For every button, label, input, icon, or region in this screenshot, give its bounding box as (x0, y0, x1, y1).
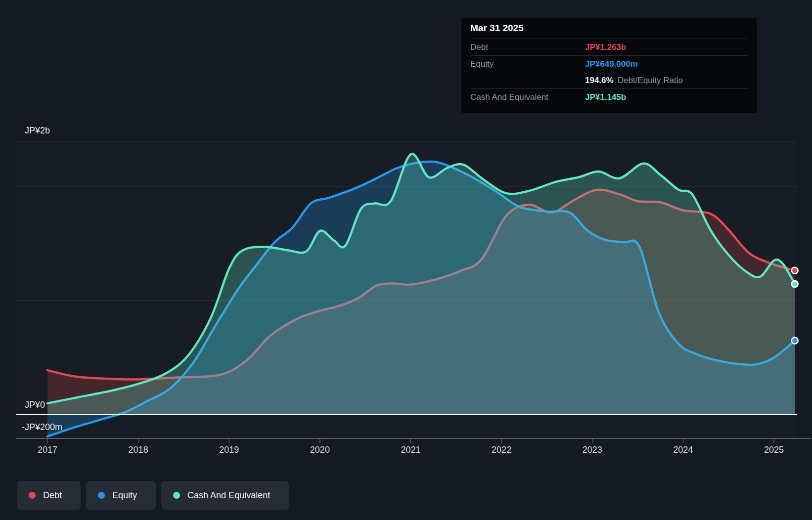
y-axis-label-neg200m: -JP¥200m (22, 422, 62, 432)
equity-dot-icon (98, 492, 105, 499)
tooltip-row-ratio: 194.6% Debt/Equity Ratio (470, 72, 748, 88)
end-marker-debt[interactable] (792, 267, 798, 274)
tooltip-divider (470, 106, 748, 106)
y-axis-label-2b: JP¥2b (25, 126, 50, 135)
tooltip-row-cash: Cash And Equivalent JP¥1.145b (470, 88, 748, 105)
x-axis-label-2021: 2021 (401, 445, 420, 455)
tooltip-date: Mar 31 2025 (470, 18, 748, 39)
cash-dot-icon (173, 492, 180, 499)
tooltip-ratio-value: 194.6% (585, 76, 614, 86)
legend-item-equity[interactable]: Equity (86, 481, 156, 510)
tooltip-equity-label: Equity (470, 59, 585, 69)
legend-debt-label: Debt (43, 490, 62, 501)
x-axis-label-2020: 2020 (310, 445, 330, 455)
tooltip-cash-value: JP¥1.145b (585, 92, 626, 102)
debt-equity-history-page: { "colors": { "background": "#151a22", "… (0, 0, 812, 520)
x-axis-label-2024: 2024 (673, 445, 693, 455)
legend: Debt Equity Cash And Equivalent (17, 481, 289, 510)
tooltip: Mar 31 2025 Debt JP¥1.263b Equity JP¥649… (461, 18, 757, 113)
x-axis-label-2019: 2019 (219, 445, 239, 455)
x-axis-label-2025: 2025 (764, 445, 784, 455)
tooltip-ratio-label: Debt/Equity Ratio (618, 76, 683, 86)
x-axis-label-2017: 2017 (38, 445, 57, 455)
x-axis-label-2023: 2023 (583, 445, 602, 455)
legend-equity-label: Equity (112, 490, 137, 501)
legend-cash-label: Cash And Equivalent (187, 490, 270, 501)
tooltip-cash-label: Cash And Equivalent (470, 92, 585, 102)
y-axis-label-0: JP¥0 (25, 400, 45, 410)
legend-item-cash[interactable]: Cash And Equivalent (161, 481, 289, 510)
end-marker-cash-and-equivalent[interactable] (792, 281, 798, 287)
x-axis-label-2022: 2022 (492, 445, 511, 455)
tooltip-row-equity: Equity JP¥649.000m (470, 55, 748, 72)
debt-dot-icon (29, 492, 36, 499)
end-marker-equity[interactable] (792, 338, 798, 344)
legend-item-debt[interactable]: Debt (17, 481, 81, 510)
tooltip-equity-value: JP¥649.000m (585, 59, 638, 69)
x-axis-label-2018: 2018 (129, 445, 148, 455)
tooltip-debt-label: Debt (470, 43, 585, 52)
tooltip-row-debt: Debt JP¥1.263b (470, 39, 748, 55)
tooltip-debt-value: JP¥1.263b (585, 43, 626, 52)
